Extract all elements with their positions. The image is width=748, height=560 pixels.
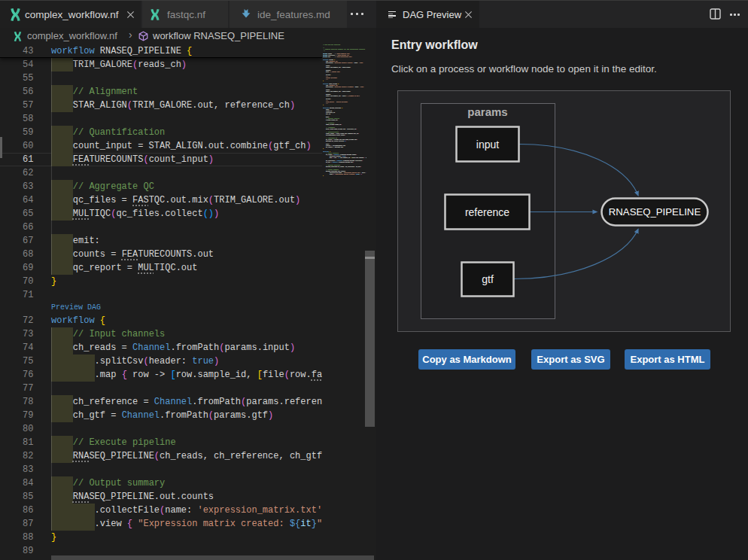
svg-text:input: input — [476, 138, 499, 151]
svg-text:RNASEQ_PIPELINE: RNASEQ_PIPELINE — [609, 206, 701, 218]
svg-text:gtf: gtf — [482, 273, 494, 285]
svg-text:reference: reference — [465, 206, 509, 218]
svg-text:params: params — [467, 105, 507, 118]
